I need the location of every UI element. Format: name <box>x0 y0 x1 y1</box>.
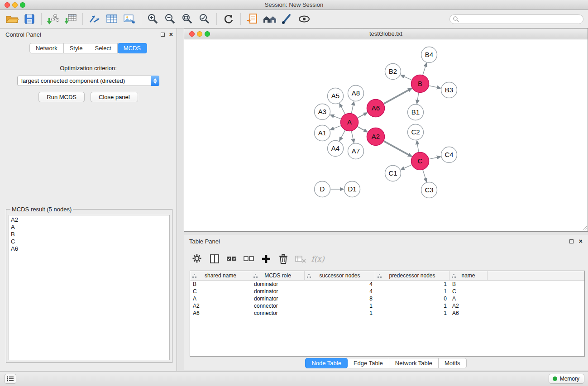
node-A3[interactable]: A3 <box>315 104 330 120</box>
open-document-button[interactable] <box>244 12 261 26</box>
show-columns-button[interactable] <box>207 251 222 267</box>
result-item[interactable]: A2 <box>11 216 167 224</box>
deselect-all-rows-button[interactable] <box>241 251 257 267</box>
result-item[interactable]: A6 <box>11 245 167 253</box>
apply-layout-button[interactable] <box>220 12 237 26</box>
column-header-name[interactable]: name <box>449 271 488 280</box>
tab-style[interactable]: Style <box>64 43 89 53</box>
column-header-shared-name[interactable]: shared name <box>190 271 251 280</box>
zoom-window-icon[interactable] <box>20 2 25 8</box>
edge-A-A3[interactable] <box>330 115 341 119</box>
node-C[interactable]: C <box>411 152 429 170</box>
column-header-MCDS-role[interactable]: MCDS role <box>251 271 305 280</box>
close-window-icon[interactable] <box>5 2 10 8</box>
node-B[interactable]: B <box>411 75 429 93</box>
style-brush-button[interactable] <box>278 12 296 26</box>
close-panel-icon[interactable]: × <box>169 30 173 38</box>
export-image-button[interactable] <box>120 12 138 26</box>
show-hide-button[interactable] <box>296 12 313 26</box>
node-A1[interactable]: A1 <box>315 125 330 141</box>
edge-A-A4[interactable] <box>339 130 345 141</box>
table-row[interactable]: Adominator80A <box>190 295 584 302</box>
table-row[interactable]: A6connector11A6 <box>190 310 584 317</box>
new-table-button[interactable] <box>103 12 120 26</box>
edge-A2-C[interactable] <box>384 141 411 157</box>
node-B4[interactable]: B4 <box>421 47 437 63</box>
edge-A-A1[interactable] <box>330 126 341 130</box>
node-B2[interactable]: B2 <box>385 64 401 80</box>
select-all-rows-button[interactable] <box>224 251 239 267</box>
result-item[interactable]: C <box>11 238 167 245</box>
new-network-button[interactable] <box>86 12 103 26</box>
tab-network-table[interactable]: Network Table <box>389 358 439 368</box>
zoom-out-button[interactable] <box>162 12 179 26</box>
node-B3[interactable]: B3 <box>441 82 457 98</box>
node-C3[interactable]: C3 <box>421 182 437 198</box>
node-A8[interactable]: A8 <box>348 86 364 101</box>
delete-column-button[interactable] <box>276 251 291 267</box>
edge-A6-B[interactable] <box>384 88 411 104</box>
search-input[interactable] <box>449 14 583 24</box>
table-row[interactable]: Bdominator41B <box>190 281 584 288</box>
tab-edge-table[interactable]: Edge Table <box>348 358 389 368</box>
run-mcds-button[interactable]: Run MCDS <box>38 92 85 102</box>
tab-motifs[interactable]: Motifs <box>439 358 467 368</box>
edge-A-A8[interactable] <box>351 102 354 113</box>
column-header-successor-nodes[interactable]: successor nodes <box>305 271 375 280</box>
save-session-button[interactable] <box>21 12 38 26</box>
table-settings-button[interactable] <box>190 251 205 267</box>
network-canvas[interactable]: B4B2BB3A5A8A6A3B1AC2A1A2A4A7C4CC1DD1C3 <box>184 40 588 232</box>
resize-grip[interactable] <box>582 225 587 231</box>
add-column-button[interactable] <box>258 251 274 267</box>
tab-mcds[interactable]: MCDS <box>118 43 147 53</box>
memory-button[interactable]: Memory <box>549 374 584 384</box>
edge-B-B1[interactable] <box>417 93 419 104</box>
edge-A-A6[interactable] <box>358 113 367 118</box>
node-A6[interactable]: A6 <box>367 100 385 117</box>
node-D[interactable]: D <box>315 181 330 197</box>
table-row[interactable]: A2connector11A2 <box>190 302 584 310</box>
task-history-button[interactable] <box>5 374 16 384</box>
node-C2[interactable]: C2 <box>408 124 424 140</box>
edge-A-A2[interactable] <box>358 127 367 132</box>
node-A7[interactable]: A7 <box>348 143 364 159</box>
import-table-from-file-button[interactable] <box>62 12 79 26</box>
minimize-view-icon[interactable] <box>197 31 202 37</box>
edge-B-B2[interactable] <box>401 75 412 80</box>
close-panel-button[interactable]: Close panel <box>91 92 138 102</box>
node-A4[interactable]: A4 <box>328 141 344 157</box>
node-A2[interactable]: A2 <box>367 128 385 146</box>
minimize-window-icon[interactable] <box>12 2 18 8</box>
node-A5[interactable]: A5 <box>328 88 344 104</box>
result-item[interactable]: B <box>11 231 167 238</box>
edge-A-A5[interactable] <box>339 104 345 114</box>
import-network-from-file-button[interactable] <box>45 12 62 26</box>
edge-C-C2[interactable] <box>417 141 419 152</box>
edge-C-C1[interactable] <box>401 165 412 170</box>
close-table-panel-icon[interactable]: × <box>579 237 583 245</box>
node-D1[interactable]: D1 <box>344 181 360 197</box>
tab-node-table[interactable]: Node Table <box>305 358 348 368</box>
edge-C-C3[interactable] <box>423 170 426 182</box>
close-view-icon[interactable] <box>189 31 195 37</box>
tab-network[interactable]: Network <box>29 43 64 53</box>
node-C4[interactable]: C4 <box>441 147 457 163</box>
criterion-dropdown[interactable]: largest connected component (directed) <box>17 76 159 86</box>
node-B1[interactable]: B1 <box>408 105 424 120</box>
float-panel-icon[interactable] <box>161 33 165 37</box>
zoom-selected-button[interactable] <box>196 12 213 26</box>
zoom-view-icon[interactable] <box>205 31 210 37</box>
open-session-button[interactable] <box>4 12 21 26</box>
edge-B-B4[interactable] <box>423 63 426 75</box>
mcds-result-list[interactable]: A2ABCA6 <box>9 215 170 360</box>
home-button[interactable] <box>261 12 278 26</box>
edge-C-C4[interactable] <box>429 157 440 159</box>
node-C1[interactable]: C1 <box>385 166 401 181</box>
column-header-predecessor-nodes[interactable]: predecessor nodes <box>375 271 449 280</box>
tab-select[interactable]: Select <box>89 43 118 53</box>
table-row[interactable]: Cdominator41C <box>190 288 584 295</box>
edge-A-A7[interactable] <box>351 131 354 143</box>
delete-table-button[interactable] <box>293 251 308 267</box>
zoom-fit-button[interactable] <box>179 12 196 26</box>
node-A[interactable]: A <box>341 114 359 131</box>
